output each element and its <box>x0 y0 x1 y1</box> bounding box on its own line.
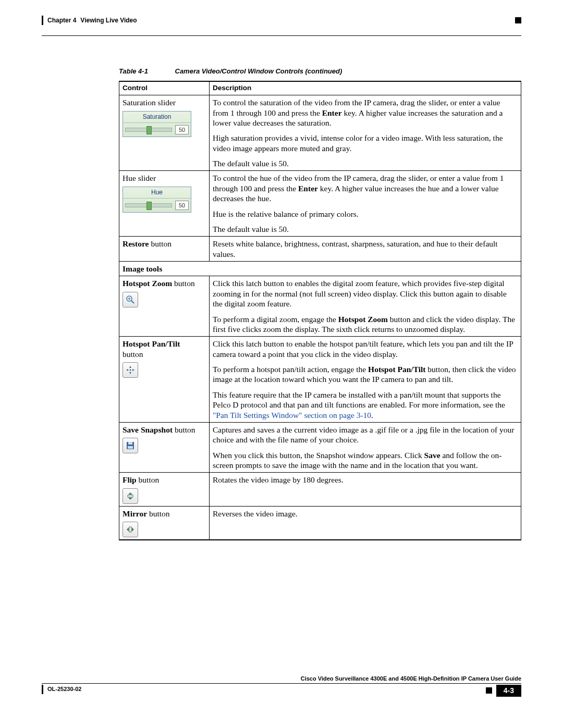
hotspot-pantilt-button[interactable] <box>123 362 138 378</box>
cell-hotspot-pantilt-control: Hotspot Pan/Tilt button <box>119 337 210 423</box>
footer-square-icon <box>486 687 492 694</box>
row-mirror: Mirror button Reverses the video image. <box>119 506 521 540</box>
svg-rect-10 <box>128 442 132 445</box>
hue-widget-title: Hue <box>123 187 191 199</box>
chapter-title: Viewing Live Video <box>80 17 137 24</box>
pan-tilt-icon <box>126 365 135 375</box>
pan-tilt-link[interactable]: "Pan Tilt Settings Window" section on pa… <box>213 411 371 419</box>
hotspot-pantilt-p2: To perform a hotspot pan/tilt action, en… <box>213 364 518 385</box>
saturation-widget-title: Saturation <box>123 112 191 123</box>
cell-flip-control: Flip button <box>119 473 210 506</box>
footer-left: OL-25230-02 <box>42 685 81 694</box>
flip-icon <box>126 492 134 500</box>
cell-hotspot-pantilt-desc: Click this latch button to enable the ho… <box>210 337 521 423</box>
running-header: Chapter 4 Viewing Live Video <box>42 16 521 25</box>
header-bar-icon <box>42 16 43 25</box>
restore-label-rest: button <box>149 239 172 248</box>
hue-thumb[interactable] <box>146 202 152 210</box>
header-left: Chapter 4 Viewing Live Video <box>42 16 137 25</box>
page-number: 4-3 <box>496 685 521 697</box>
table-number: Table 4-1 <box>119 67 148 75</box>
cell-mirror-control: Mirror button <box>119 506 210 540</box>
hotspot-zoom-label-rest: button <box>172 279 195 288</box>
cell-save-snapshot-desc: Captures and saves a the current video i… <box>210 422 521 473</box>
save-icon <box>126 441 134 450</box>
footer-doc-number: OL-25230-02 <box>47 686 81 693</box>
section-image-tools: Image tools <box>119 262 521 276</box>
mirror-p1: Reverses the video image. <box>213 509 518 519</box>
mirror-icon <box>126 525 134 534</box>
flip-p1: Rotates the video image by 180 degrees. <box>213 475 518 485</box>
saturation-label: Saturation slider <box>123 98 176 107</box>
cell-saturation-desc: To control the saturation of the video f… <box>210 95 521 171</box>
cell-flip-desc: Rotates the video image by 180 degrees. <box>210 473 521 506</box>
cell-restore-desc: Resets white balance, brightness, contra… <box>210 237 521 262</box>
saturation-widget-body: 50 <box>123 123 191 137</box>
controls-table: Control Description Saturation slider Sa… <box>119 81 521 540</box>
row-section-image-tools: Image tools <box>119 262 521 276</box>
saturation-thumb[interactable] <box>146 126 152 134</box>
row-restore: Restore button Resets white balance, bri… <box>119 237 521 262</box>
hue-widget-body: 50 <box>123 199 191 212</box>
hue-slider-widget[interactable]: Hue 50 <box>123 187 191 213</box>
hotspot-pantilt-label-rest: button <box>123 349 206 359</box>
hotspot-zoom-label-bold: Hotspot Zoom <box>123 279 172 288</box>
col-header-control: Control <box>119 81 210 95</box>
footer-right: 4-3 <box>486 685 521 697</box>
page: Chapter 4 Viewing Live Video Table 4-1 C… <box>0 0 563 728</box>
table-title: Camera Video/Control Window Controls (co… <box>175 67 342 75</box>
col-header-description: Description <box>210 81 521 95</box>
table-caption: Table 4-1 Camera Video/Control Window Co… <box>119 67 521 76</box>
hotspot-zoom-p2: To perform a digital zoom, engage the Ho… <box>213 314 518 335</box>
restore-label-bold: Restore <box>123 239 149 248</box>
hue-value[interactable]: 50 <box>175 201 189 210</box>
flip-button[interactable] <box>123 488 138 504</box>
svg-marker-7 <box>132 369 134 371</box>
svg-marker-4 <box>129 366 131 368</box>
content-area: Table 4-1 Camera Video/Control Window Co… <box>42 67 521 540</box>
hotspot-pantilt-label-bold: Hotspot Pan/Tilt <box>123 339 180 348</box>
saturation-track[interactable] <box>125 128 172 132</box>
row-hotspot-zoom: Hotspot Zoom button Click this latch but… <box>119 276 521 337</box>
svg-point-8 <box>130 369 131 371</box>
cell-hotspot-zoom-desc: Click this latch button to enables the d… <box>210 276 521 337</box>
svg-rect-11 <box>128 446 133 449</box>
restore-p1: Resets white balance, brightness, contra… <box>213 239 518 259</box>
svg-marker-17 <box>132 527 134 532</box>
hue-p3: The default value is 50. <box>213 224 518 234</box>
hotspot-pantilt-p3: This feature require that the IP camera … <box>213 390 518 420</box>
saturation-p2: High saturation provides a vivid, intens… <box>213 133 518 153</box>
hotspot-zoom-button[interactable] <box>123 292 138 307</box>
hue-p2: Hue is the relative balance of primary c… <box>213 209 518 219</box>
save-snapshot-label-bold: Save Snapshot <box>123 425 173 434</box>
save-snapshot-label-rest: button <box>173 425 195 434</box>
svg-line-1 <box>131 301 134 303</box>
zoom-icon <box>126 295 135 304</box>
save-snapshot-p2: When you click this button, the Snapshot… <box>213 450 518 471</box>
footer-bar-icon <box>42 685 43 694</box>
svg-rect-16 <box>129 527 131 532</box>
mirror-label-bold: Mirror <box>123 509 147 518</box>
row-flip: Flip button Rotates the video image by 1… <box>119 473 521 506</box>
svg-marker-5 <box>129 372 131 374</box>
saturation-value[interactable]: 50 <box>175 125 189 134</box>
save-snapshot-button[interactable] <box>123 438 138 453</box>
row-saturation: Saturation slider Saturation 50 To contr… <box>119 95 521 171</box>
chapter-label: Chapter 4 <box>47 17 76 24</box>
hue-track[interactable] <box>125 203 172 207</box>
saturation-slider-widget[interactable]: Saturation 50 <box>123 111 191 137</box>
save-snapshot-p1: Captures and saves a the current video i… <box>213 425 518 445</box>
svg-marker-14 <box>128 498 132 500</box>
cell-restore-control: Restore button <box>119 237 210 262</box>
saturation-p1: To control the saturation of the video f… <box>213 97 518 128</box>
hue-label: Hue slider <box>123 174 156 182</box>
hue-p1: To control the hue of the video from the… <box>213 173 518 203</box>
row-save-snapshot: Save Snapshot button Captures and saves … <box>119 422 521 473</box>
mirror-button[interactable] <box>123 522 138 537</box>
row-hotspot-pantilt: Hotspot Pan/Tilt button <box>119 337 521 423</box>
flip-label-rest: button <box>137 475 160 484</box>
header-rule <box>42 35 521 36</box>
footer-row: OL-25230-02 4-3 <box>42 685 521 697</box>
svg-rect-13 <box>128 495 133 497</box>
hotspot-zoom-p1: Click this latch button to enables the d… <box>213 278 518 309</box>
